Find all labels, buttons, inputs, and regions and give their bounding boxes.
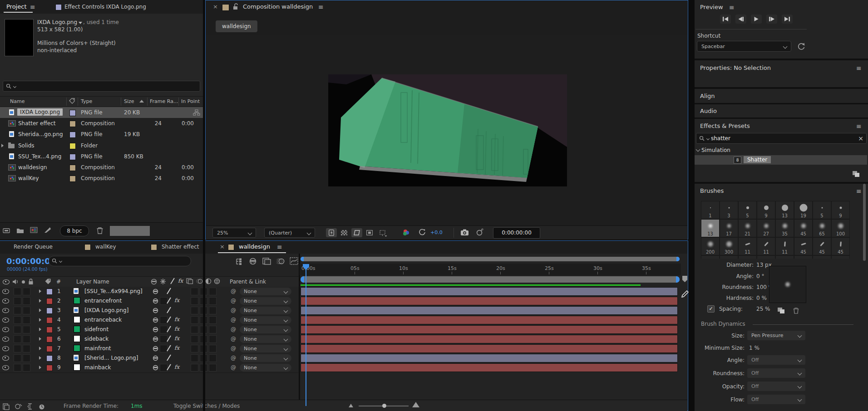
fx-badge[interactable]: fx: [174, 316, 179, 323]
parent-dropdown[interactable]: None: [240, 354, 291, 362]
composition-mini-flowchart-icon[interactable]: [235, 258, 243, 265]
viewer-stage[interactable]: [206, 35, 687, 225]
timeline-panel-menu-icon[interactable]: ≡: [277, 243, 283, 250]
brush-11-angle-3[interactable]: 11: [775, 237, 794, 255]
frame-blending-icon[interactable]: [262, 257, 271, 265]
switch-box[interactable]: [209, 316, 217, 324]
switch-box[interactable]: [191, 316, 198, 324]
switch-box[interactable]: [191, 297, 198, 305]
project-search-input[interactable]: [3, 81, 200, 92]
preview-panel-menu-icon[interactable]: ≡: [729, 4, 735, 11]
layer-bar-5[interactable]: [301, 325, 678, 334]
zoom-in-mountain-icon[interactable]: [412, 402, 419, 407]
quality-toggle[interactable]: [166, 335, 172, 342]
row-name[interactable]: SSU_Tex...4.png: [18, 153, 61, 160]
project-row-solids[interactable]: Solids Folder: [0, 140, 203, 151]
angle-value[interactable]: 0 °: [756, 273, 764, 279]
project-row-walldesign[interactable]: walldesign Composition 24 0:00: [0, 162, 203, 173]
row-name[interactable]: Shatter effect: [18, 120, 55, 127]
layer-name[interactable]: sidefront: [84, 326, 108, 333]
solo-column-icon[interactable]: [22, 280, 25, 284]
visibility-toggle[interactable]: [2, 337, 9, 342]
properties-panel-menu-icon[interactable]: ≡: [856, 64, 862, 72]
comp-marker-bin-icon[interactable]: [682, 275, 688, 283]
panel-gutter[interactable]: [203, 0, 205, 411]
project-row-wallkey[interactable]: wallKey Composition 24 0:00: [0, 173, 203, 184]
layer-label-swatch[interactable]: [46, 308, 53, 314]
brush-200-soft[interactable]: 200: [701, 237, 720, 255]
label-swatch[interactable]: [69, 154, 76, 160]
switch-box[interactable]: [209, 297, 217, 305]
panel-gutter[interactable]: [688, 0, 695, 411]
comp-mini-flowchart-button[interactable]: walldesign: [216, 20, 257, 32]
parent-dropdown[interactable]: None: [240, 335, 291, 343]
quality-toggle[interactable]: [166, 297, 172, 304]
switch-box[interactable]: [191, 335, 198, 343]
row-name[interactable]: Solids: [18, 142, 35, 149]
parent-pickwhip-icon[interactable]: @: [231, 317, 236, 323]
toggle-switches-modes-button[interactable]: Toggle Switches / Modes: [173, 403, 240, 409]
parent-pickwhip-icon[interactable]: @: [231, 336, 236, 342]
brush-3[interactable]: 3: [720, 201, 738, 219]
brush-45-angle-3[interactable]: 45: [831, 237, 850, 255]
project-row-shatter-effect[interactable]: Shatter effect Composition 24 0:00: [0, 118, 203, 129]
lock-toggle[interactable]: [23, 354, 30, 362]
time-ruler[interactable]: 0:00s 05s 10s 15s 20s 25s 30s 35s: [300, 264, 681, 275]
dyn-opacity-dropdown[interactable]: Off: [747, 382, 805, 391]
effects-panel-menu-icon[interactable]: ≡: [856, 122, 862, 130]
label-swatch[interactable]: [69, 121, 76, 127]
shy-icon[interactable]: [153, 355, 158, 362]
layer-name[interactable]: [IXDA Logo.png]: [84, 307, 128, 313]
layer-bar-4[interactable]: [301, 316, 678, 324]
brush-100-soft[interactable]: 100: [831, 219, 850, 237]
expand-in-out-icon[interactable]: [26, 403, 34, 410]
fast-previews-button[interactable]: [326, 228, 337, 237]
eye-column-icon[interactable]: [3, 279, 10, 284]
visibility-toggle[interactable]: [2, 298, 9, 303]
adjustment-layer-switch-icon[interactable]: [205, 278, 212, 284]
dyn-roundness-dropdown[interactable]: Off: [747, 368, 805, 378]
lock-toggle[interactable]: [23, 316, 30, 324]
twirl-icon[interactable]: [39, 289, 41, 293]
label-swatch[interactable]: [69, 143, 76, 149]
twirl-icon[interactable]: [39, 328, 41, 331]
parent-pickwhip-icon[interactable]: @: [231, 307, 236, 313]
zoom-out-mountain-icon[interactable]: [349, 404, 353, 407]
render-time-icon[interactable]: [38, 403, 45, 410]
brush-45-angle-2[interactable]: 45: [813, 237, 831, 255]
tab-render-queue[interactable]: Render Queue: [14, 244, 53, 250]
panel-gutter[interactable]: [0, 240, 688, 240]
tab-effect-controls[interactable]: Effect Controls IXDA Logo.png: [64, 4, 146, 10]
brush-21-soft[interactable]: 21: [738, 219, 757, 237]
effects-group-simulation[interactable]: Simulation: [696, 147, 730, 153]
switch-box[interactable]: [209, 364, 217, 372]
switch-box[interactable]: [191, 307, 198, 314]
flowchart-icon[interactable]: [193, 109, 200, 116]
channel-rgb-icon[interactable]: [402, 229, 410, 237]
column-parent-link[interactable]: Parent & Link: [230, 279, 266, 285]
trash-icon[interactable]: [96, 226, 104, 234]
twirl-icon[interactable]: [39, 347, 41, 350]
motion-blur-icon[interactable]: [276, 257, 285, 265]
work-area-bar[interactable]: [301, 276, 680, 283]
exposure-value[interactable]: +0.0: [430, 230, 443, 235]
column-in-point[interactable]: In Point: [181, 98, 200, 104]
twirl-icon[interactable]: [39, 308, 41, 312]
visibility-toggle[interactable]: [2, 356, 9, 361]
lock-open-icon[interactable]: [233, 3, 239, 10]
brush-45-soft[interactable]: 45: [794, 219, 813, 237]
parent-pickwhip-icon[interactable]: @: [231, 288, 236, 294]
switch-box[interactable]: [191, 364, 198, 372]
audio-toggle[interactable]: [14, 345, 21, 352]
layer-label-swatch[interactable]: [46, 336, 53, 342]
motion-blur-switch-icon[interactable]: [196, 278, 203, 284]
switch-box[interactable]: [209, 335, 217, 343]
preview-title[interactable]: Preview: [700, 4, 723, 10]
layer-name[interactable]: mainback: [84, 364, 111, 371]
fx-badge[interactable]: fx: [174, 326, 179, 332]
playhead-line[interactable]: [306, 264, 306, 406]
shy-toggle-icon[interactable]: [249, 257, 257, 265]
last-frame-button[interactable]: [782, 15, 793, 24]
fx-badge[interactable]: fx: [174, 297, 179, 303]
audio-column-icon[interactable]: [12, 279, 19, 285]
